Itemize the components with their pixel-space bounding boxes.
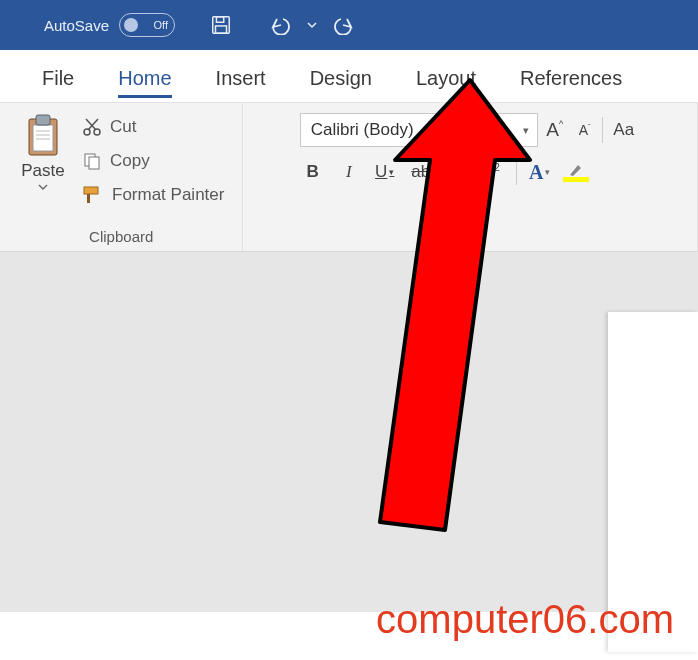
watermark-text: computer06.com — [376, 597, 674, 642]
svg-rect-2 — [216, 26, 227, 33]
chevron-down-icon: ▾ — [459, 124, 481, 137]
cut-button[interactable]: Cut — [78, 113, 228, 141]
title-bar: AutoSave Off — [0, 0, 698, 50]
text-effects-button[interactable]: A▾ — [527, 157, 553, 187]
cut-label: Cut — [110, 117, 136, 137]
highlight-icon — [563, 162, 589, 182]
tab-insert[interactable]: Insert — [194, 55, 288, 102]
underline-button[interactable]: U▾ — [372, 157, 398, 187]
undo-dropdown-icon[interactable] — [305, 11, 319, 39]
paste-label: Paste — [21, 161, 64, 181]
svg-rect-5 — [36, 115, 50, 125]
redo-icon[interactable] — [329, 11, 357, 39]
tab-design[interactable]: Design — [288, 55, 394, 102]
group-clipboard: Paste Cut — [0, 103, 243, 251]
scissors-icon — [82, 117, 102, 137]
document-area — [0, 252, 698, 612]
tab-file[interactable]: File — [20, 55, 96, 102]
svg-rect-16 — [87, 194, 90, 203]
copy-icon — [82, 151, 102, 171]
autosave-state: Off — [154, 19, 168, 31]
chevron-down-icon: ▾ — [515, 124, 537, 137]
tab-references[interactable]: References — [498, 55, 644, 102]
svg-rect-4 — [33, 125, 53, 151]
save-icon[interactable] — [207, 11, 235, 39]
svg-rect-15 — [84, 187, 98, 194]
font-name-combo[interactable]: Calibri (Body) ▾ 11 ▾ — [300, 113, 538, 147]
clipboard-group-label: Clipboard — [89, 228, 153, 245]
paste-button[interactable]: Paste — [14, 113, 72, 209]
group-font: Calibri (Body) ▾ 11 ▾ A^ Aˇ Aa B I — [243, 103, 698, 251]
clipboard-icon — [24, 113, 62, 159]
copy-label: Copy — [110, 151, 150, 171]
chevron-down-icon — [38, 183, 48, 191]
font-size-value: 11 — [481, 114, 515, 146]
font-group-label: Font — [455, 228, 485, 245]
strikethrough-button[interactable]: ab — [408, 157, 434, 187]
paintbrush-icon — [82, 185, 104, 205]
font-name-value: Calibri (Body) — [301, 120, 459, 140]
svg-rect-14 — [89, 157, 99, 169]
svg-rect-1 — [216, 17, 223, 23]
superscript-button[interactable]: x2 — [480, 157, 506, 187]
ribbon-tabs: File Home Insert Design Layout Reference… — [0, 50, 698, 102]
shrink-font-button[interactable]: Aˇ — [572, 115, 598, 145]
autosave-label: AutoSave — [10, 17, 109, 34]
ribbon: Paste Cut — [0, 102, 698, 252]
copy-button[interactable]: Copy — [78, 147, 228, 175]
highlight-button[interactable] — [563, 157, 589, 187]
format-painter-button[interactable]: Format Painter — [78, 181, 228, 209]
grow-font-button[interactable]: A^ — [542, 115, 568, 145]
change-case-button[interactable]: Aa — [607, 115, 641, 145]
format-painter-label: Format Painter — [112, 185, 224, 205]
tab-layout[interactable]: Layout — [394, 55, 498, 102]
bold-button[interactable]: B — [300, 157, 326, 187]
italic-button[interactable]: I — [336, 157, 362, 187]
undo-icon[interactable] — [267, 11, 295, 39]
subscript-button[interactable]: x2 — [444, 157, 470, 187]
autosave-toggle[interactable]: Off — [119, 13, 175, 37]
tab-home[interactable]: Home — [96, 55, 193, 102]
